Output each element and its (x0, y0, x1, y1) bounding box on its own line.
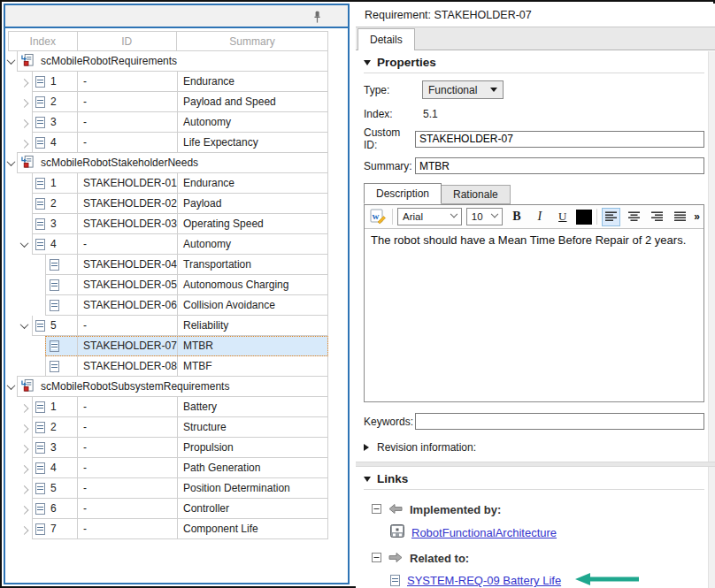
type-label: Type: (364, 84, 415, 96)
details-pane: Requirement: STAKEHOLDER-07 Details Prop… (356, 4, 715, 588)
tree-file-row[interactable]: scMobileRobotSubsystemRequirements (8, 377, 328, 397)
tree-item-row[interactable]: 3-Autonomy (8, 112, 328, 133)
chevron-right-icon[interactable] (20, 424, 29, 433)
tab-rationale[interactable]: Rationale (442, 185, 511, 204)
tree-item-row[interactable]: STAKEHOLDER-04Transportation (8, 255, 328, 275)
properties-section-header[interactable]: Properties (364, 52, 704, 73)
requirement-set-icon (21, 53, 35, 70)
chevron-down-icon[interactable] (20, 239, 29, 248)
cell-id: - (77, 438, 177, 458)
expand-triangle-icon[interactable] (364, 444, 369, 451)
tree-item-row[interactable]: 4-Life Expectancy (8, 133, 328, 153)
chevron-down-icon[interactable] (7, 381, 16, 390)
tree-item-row[interactable]: 1STAKEHOLDER-01Endurance (8, 173, 328, 194)
tab-details[interactable]: Details (358, 28, 415, 50)
column-header-summary[interactable]: Summary (177, 32, 327, 50)
cell-id: STAKEHOLDER-08 (77, 356, 177, 377)
requirement-title: Requirement: STAKEHOLDER-07 (356, 4, 715, 27)
cell-id: - (77, 478, 177, 499)
chevron-right-icon[interactable] (20, 445, 29, 454)
align-center-button[interactable] (625, 208, 643, 226)
align-left-button[interactable] (602, 208, 620, 226)
chevron-right-icon[interactable] (20, 404, 29, 413)
related-to-group: Related to: (372, 552, 704, 565)
select-caret-icon (491, 210, 498, 218)
tree-item-row[interactable]: 6-Controller (8, 499, 328, 519)
font-family-select[interactable]: Arial (397, 208, 462, 225)
cell-summary: Transportation (177, 255, 328, 275)
requirement-icon (35, 96, 45, 108)
font-color-swatch[interactable] (576, 210, 592, 225)
tree-item-row[interactable]: 4-Autonomy (8, 234, 328, 255)
cell-id: - (77, 499, 177, 519)
tree-item-row[interactable]: 3-Propulsion (8, 438, 328, 458)
custom-id-input[interactable] (415, 131, 704, 148)
cell-id: STAKEHOLDER-01 (77, 173, 177, 194)
tree-item-row[interactable]: 2-Structure (8, 417, 328, 438)
chevron-right-icon[interactable] (20, 99, 29, 108)
chevron-right-icon[interactable] (20, 506, 29, 515)
cell-index: 3 (50, 116, 57, 128)
pin-icon[interactable] (313, 11, 321, 27)
tree-item-row[interactable]: STAKEHOLDER-08MTBF (8, 356, 328, 377)
column-header-index[interactable]: Index (9, 32, 78, 50)
toolbar-overflow-button[interactable]: » (694, 210, 699, 223)
tree-item-row[interactable]: 3STAKEHOLDER-03Operating Speed (8, 214, 328, 234)
chevron-down-icon[interactable] (7, 157, 16, 166)
summary-input[interactable] (415, 157, 704, 174)
import-from-word-button[interactable]: w (369, 208, 388, 226)
tree-item-row[interactable]: 5-Position Determination (8, 478, 328, 499)
tree-item-row[interactable]: 7-Component Life (8, 519, 328, 539)
tab-description[interactable]: Description (364, 183, 442, 204)
tree-item-row[interactable]: 2STAKEHOLDER-02Payload (8, 194, 328, 214)
cell-summary: Life Expectancy (177, 133, 328, 153)
chevron-right-icon[interactable] (20, 119, 29, 128)
tree-item-row[interactable]: 1-Endurance (8, 72, 328, 92)
requirement-icon (35, 442, 45, 454)
cell-summary: MTBR (177, 336, 328, 356)
links-section-header[interactable]: Links (364, 469, 704, 490)
tree-item-row[interactable]: 4-Path Generation (8, 458, 328, 478)
chevron-down-icon[interactable] (7, 56, 16, 65)
collapse-triangle-icon[interactable] (364, 477, 371, 482)
keywords-input[interactable] (415, 413, 704, 430)
chevron-right-icon[interactable] (20, 140, 29, 149)
bold-button[interactable]: B (507, 208, 526, 226)
requirement-set-icon (21, 378, 35, 395)
cell-index: 4 (50, 136, 57, 149)
cell-index: 3 (50, 441, 57, 454)
tree-item-row[interactable]: 5-Reliability (8, 316, 328, 336)
align-right-button[interactable] (648, 208, 666, 226)
links-title: Links (377, 472, 408, 485)
collapse-box-icon[interactable] (372, 552, 381, 565)
chevron-right-icon[interactable] (20, 79, 29, 88)
cell-id: - (77, 316, 177, 336)
chevron-right-icon[interactable] (20, 485, 29, 494)
font-size-select[interactable]: 10 (466, 208, 504, 225)
link-robotfunctionalarchitecture[interactable]: RobotFunctionalArchitecture (411, 526, 557, 539)
link-system-req-09[interactable]: SYSTEM-REQ-09 Battery Life (407, 574, 561, 587)
description-text[interactable]: The robot should have a Mean Time Before… (365, 229, 703, 401)
italic-button[interactable]: I (530, 208, 549, 226)
chevron-down-icon[interactable] (20, 320, 29, 329)
underline-button[interactable]: U (553, 208, 572, 226)
tree-item-row[interactable]: STAKEHOLDER-06Collision Avoidance (8, 295, 328, 316)
chevron-right-icon[interactable] (20, 465, 29, 474)
collapse-triangle-icon[interactable] (364, 60, 371, 65)
cell-id: - (77, 92, 177, 112)
revision-information-section[interactable]: Revision information: (364, 441, 704, 454)
cell-summary: Path Generation (177, 458, 328, 478)
tree-file-row[interactable]: scMobileRobotStakeholderNeeds (8, 153, 328, 173)
type-dropdown[interactable]: Functional (422, 80, 504, 99)
chevron-right-icon[interactable] (20, 526, 29, 535)
tree-item-row-selected[interactable]: STAKEHOLDER-07MTBR (8, 336, 328, 356)
cell-index: 4 (50, 462, 57, 474)
tree-file-row[interactable]: scMobileRobotRequirements (8, 51, 328, 72)
tree-item-row[interactable]: 2-Payload and Speed (8, 92, 328, 112)
justify-button[interactable] (671, 208, 689, 226)
tree-item-row[interactable]: 1-Battery (8, 397, 328, 417)
collapse-box-icon[interactable] (372, 503, 381, 516)
column-header-id[interactable]: ID (78, 32, 177, 50)
tree-item-row[interactable]: STAKEHOLDER-05Autonomous Charging (8, 275, 328, 295)
requirement-icon (50, 300, 59, 311)
